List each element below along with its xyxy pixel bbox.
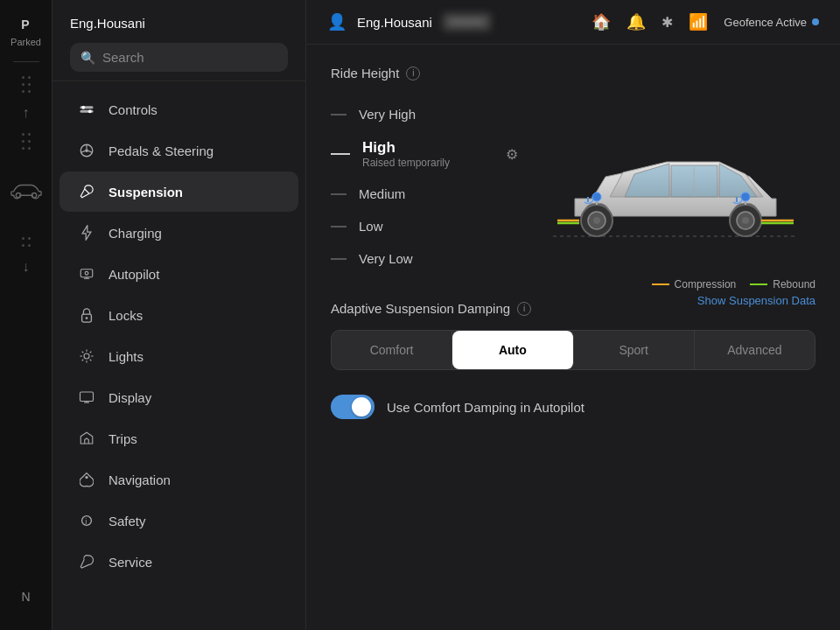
ride-height-list: Very High High Raised temporarily ⚙ Medi… bbox=[331, 98, 518, 275]
rh-low-label: Low bbox=[359, 219, 383, 234]
rh-very-high[interactable]: Very High bbox=[331, 98, 518, 130]
sidebar-item-pedals[interactable]: Pedals & Steering bbox=[60, 130, 298, 171]
sidebar-item-lights-label: Lights bbox=[108, 349, 144, 364]
rebound-line bbox=[750, 284, 767, 285]
user-avatar-icon: 👤 bbox=[327, 12, 346, 32]
wifi-icon[interactable]: 📶 bbox=[689, 12, 708, 32]
sidebar-item-safety-label: Safety bbox=[108, 514, 146, 528]
damping-info-icon[interactable]: i bbox=[517, 302, 531, 316]
geofence-label: Geofence Active bbox=[724, 16, 807, 29]
geofence-badge: Geofence Active bbox=[724, 16, 819, 29]
search-bar[interactable]: 🔍 Search bbox=[70, 43, 288, 72]
svg-point-36 bbox=[593, 217, 600, 224]
rh-high[interactable]: High Raised temporarily ⚙ bbox=[331, 130, 518, 178]
ride-height-title: Ride Height bbox=[331, 66, 399, 80]
svg-point-5 bbox=[88, 109, 92, 113]
rh-very-low-label: Very Low bbox=[359, 251, 413, 266]
damping-sport-btn[interactable]: Sport bbox=[574, 331, 695, 369]
sidebar-item-suspension[interactable]: Suspension bbox=[60, 172, 298, 212]
content-area: Ride Height i Very High High Raised temp… bbox=[306, 45, 840, 630]
svg-rect-27 bbox=[80, 392, 94, 402]
park-status: Parked bbox=[10, 37, 41, 47]
rh-settings-icon[interactable]: ⚙ bbox=[506, 146, 518, 163]
rh-very-high-label: Very High bbox=[359, 107, 416, 122]
sidebar-item-service-label: Service bbox=[108, 555, 152, 570]
ride-height-section: Ride Height i bbox=[331, 66, 816, 80]
damping-title-text: Adaptive Suspension Damping bbox=[331, 301, 510, 316]
sidebar-item-locks[interactable]: Locks bbox=[60, 295, 298, 335]
toggle-icon bbox=[77, 100, 96, 119]
bottom-label: N bbox=[21, 590, 30, 612]
rh-medium-label: Medium bbox=[359, 186, 405, 201]
steering-icon bbox=[77, 141, 96, 160]
compression-line bbox=[652, 284, 669, 285]
autopilot-damping-toggle-row: Use Comfort Damping in Autopilot bbox=[331, 388, 816, 426]
arrow-down-icon: ↓ bbox=[23, 259, 30, 275]
blurred-user-info: •••••••• bbox=[443, 13, 491, 31]
rh-medium[interactable]: Medium bbox=[331, 178, 518, 210]
sidebar-item-charging[interactable]: Charging bbox=[60, 213, 298, 253]
sidebar-item-charging-label: Charging bbox=[108, 226, 162, 241]
svg-point-17 bbox=[86, 317, 88, 319]
damping-auto-btn[interactable]: Auto bbox=[452, 331, 573, 369]
svg-line-11 bbox=[85, 189, 89, 193]
rh-very-low[interactable]: Very Low bbox=[331, 242, 518, 275]
svg-line-23 bbox=[82, 352, 84, 354]
sidebar-item-display[interactable]: Display bbox=[60, 377, 298, 417]
sidebar-item-display-label: Display bbox=[108, 390, 151, 405]
wrench-icon bbox=[77, 182, 96, 201]
search-icon: 🔍 bbox=[80, 51, 95, 65]
show-suspension-link[interactable]: Show Suspension Data bbox=[536, 294, 816, 307]
sidebar-item-safety[interactable]: i Safety bbox=[60, 500, 298, 541]
lock-icon bbox=[77, 305, 96, 325]
service-icon bbox=[77, 552, 96, 571]
nav-icon bbox=[77, 470, 96, 489]
sidebar-item-navigation-label: Navigation bbox=[108, 472, 171, 487]
bolt-icon bbox=[77, 223, 96, 242]
sidebar-item-controls-label: Controls bbox=[108, 102, 158, 117]
rh-dash bbox=[331, 114, 346, 116]
ride-height-info-icon[interactable]: i bbox=[406, 66, 420, 80]
autopilot-icon bbox=[77, 264, 96, 284]
sidebar-item-service[interactable]: Service bbox=[60, 542, 298, 582]
svg-line-10 bbox=[88, 150, 93, 152]
car-side-icon bbox=[10, 167, 43, 211]
rh-selected-dash bbox=[331, 153, 350, 155]
sidebar-item-navigation[interactable]: Navigation bbox=[60, 459, 298, 500]
arrow-up-icon: ↑ bbox=[23, 105, 30, 121]
search-placeholder: Search bbox=[102, 50, 144, 65]
toggle-knob bbox=[352, 397, 371, 416]
svg-line-26 bbox=[82, 360, 84, 361]
bluetooth-icon[interactable]: ✱ bbox=[662, 14, 673, 31]
rh-low[interactable]: Low bbox=[331, 210, 518, 242]
rh-high-label: High bbox=[362, 139, 450, 157]
main-panel: 👤 Eng.Housani •••••••• 🏠 🔔 ✱ 📶 Geofence … bbox=[306, 0, 840, 630]
damping-section: Adaptive Suspension Damping i Comfort Au… bbox=[331, 301, 816, 370]
sidebar: Eng.Housani 🔍 Search Controls Pedals & S… bbox=[52, 0, 306, 630]
sidebar-item-controls[interactable]: Controls bbox=[60, 89, 298, 130]
svg-point-18 bbox=[84, 354, 89, 359]
damping-buttons: Comfort Auto Sport Advanced bbox=[331, 330, 816, 370]
rh-dash bbox=[331, 226, 346, 228]
damping-comfort-btn[interactable]: Comfort bbox=[332, 331, 452, 369]
sidebar-item-trips[interactable]: Trips bbox=[60, 418, 298, 458]
compression-legend: Compression bbox=[652, 278, 737, 290]
damping-advanced-btn[interactable]: Advanced bbox=[695, 331, 815, 369]
compression-label: Compression bbox=[675, 278, 737, 290]
home-icon[interactable]: 🏠 bbox=[592, 12, 611, 32]
sidebar-user-name: Eng.Housani bbox=[70, 16, 288, 31]
sidebar-item-lights[interactable]: Lights bbox=[60, 336, 298, 376]
top-user-name: Eng.Housani bbox=[357, 15, 432, 30]
svg-point-30 bbox=[85, 476, 88, 479]
top-bar-left: 👤 Eng.Housani •••••••• bbox=[327, 12, 491, 32]
bell-icon[interactable]: 🔔 bbox=[626, 12, 646, 32]
sidebar-item-pedals-label: Pedals & Steering bbox=[108, 144, 214, 158]
svg-point-15 bbox=[85, 271, 88, 275]
autopilot-damping-toggle[interactable] bbox=[331, 395, 374, 419]
sidebar-nav: Controls Pedals & Steering Suspension Ch… bbox=[52, 81, 305, 630]
svg-rect-12 bbox=[80, 270, 93, 277]
safety-icon: i bbox=[77, 511, 96, 530]
svg-text:i: i bbox=[85, 517, 87, 526]
sidebar-item-autopilot[interactable]: Autopilot bbox=[60, 254, 298, 294]
autopilot-damping-label: Use Comfort Damping in Autopilot bbox=[387, 400, 584, 415]
